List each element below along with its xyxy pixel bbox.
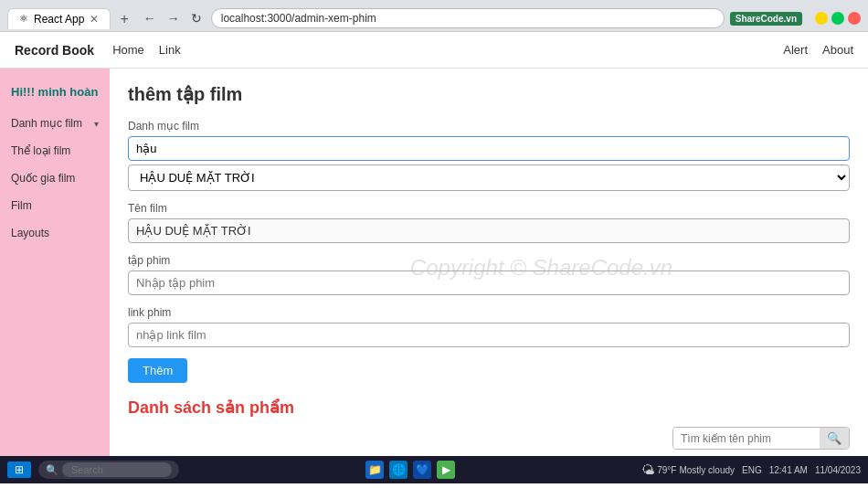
tab-bar: ⚛ React App ✕ + bbox=[7, 8, 134, 29]
them-button[interactable]: Thêm bbox=[128, 358, 187, 383]
address-bar[interactable] bbox=[211, 8, 725, 28]
browser-chrome: ⚛ React App ✕ + ← → ↻ ShareCode.vn bbox=[0, 0, 868, 32]
tap-phim-label: tập phim bbox=[128, 254, 850, 267]
taskbar-icon-file[interactable]: 📁 bbox=[365, 461, 384, 479]
nav-link-alert[interactable]: Alert bbox=[783, 43, 808, 57]
form-group-ten-film: Tên film HẬU DUỆ MẶT TRỜI bbox=[128, 202, 850, 243]
new-tab-button[interactable]: + bbox=[114, 9, 133, 29]
back-button[interactable]: ← bbox=[140, 9, 160, 27]
nav-link-home[interactable]: Home bbox=[112, 43, 144, 57]
danh-muc-select[interactable]: HẬU DUỆ MẶT TRỜI bbox=[128, 164, 850, 191]
taskbar-search[interactable] bbox=[62, 462, 172, 477]
danh-muc-label: Danh mục film bbox=[128, 120, 850, 133]
link-phim-input[interactable] bbox=[128, 323, 850, 347]
page-title: thêm tập film bbox=[128, 83, 850, 105]
window-controls bbox=[815, 12, 861, 25]
section-title: Danh sách sản phẩm bbox=[128, 398, 850, 418]
ten-film-label: Tên film bbox=[128, 202, 850, 215]
sidebar: Hi!!! minh hoàn Danh mục film ▾ Thể loại… bbox=[0, 69, 110, 456]
browser-actions: ShareCode.vn bbox=[730, 12, 802, 26]
sidebar-greeting: Hi!!! minh hoàn bbox=[0, 80, 110, 110]
app-brand: Record Book bbox=[15, 43, 94, 58]
nav-controls: ← → ↻ bbox=[140, 5, 206, 31]
taskbar-icons: 📁 🌐 💙 ▶ bbox=[186, 461, 634, 479]
nav-right: Alert About bbox=[783, 43, 853, 57]
taskbar-date: 11/04/2023 bbox=[815, 465, 861, 475]
taskbar-lang: ENG bbox=[742, 465, 762, 475]
link-phim-label: link phim bbox=[128, 306, 850, 319]
taskbar: ⊞ 🔍 📁 🌐 💙 ▶ 🌤 79°F Mostly cloudy ENG 12:… bbox=[0, 456, 868, 483]
taskbar-icon-edge[interactable]: 🌐 bbox=[389, 461, 408, 479]
app-layout: Hi!!! minh hoàn Danh mục film ▾ Thể loại… bbox=[0, 69, 868, 456]
form-group-danh-muc: Danh mục film HẬU DUỆ MẶT TRỜI bbox=[128, 120, 850, 191]
ten-film-value: HẬU DUỆ MẶT TRỜI bbox=[128, 218, 850, 243]
forward-button[interactable]: → bbox=[164, 9, 184, 27]
form-group-link-phim: link phim bbox=[128, 306, 850, 347]
sharecode-logo: ShareCode.vn bbox=[730, 12, 802, 26]
sidebar-item-quoc-gia[interactable]: Quốc gia film bbox=[0, 164, 110, 192]
form-group-tap-phim: tập phim bbox=[128, 254, 850, 295]
taskbar-icon-vscode[interactable]: 💙 bbox=[413, 461, 431, 479]
sidebar-item-danh-muc[interactable]: Danh mục film ▾ bbox=[0, 110, 110, 137]
reload-button[interactable]: ↻ bbox=[187, 9, 206, 27]
search-input-wrap: 🔍 bbox=[672, 427, 850, 450]
maximize-button[interactable] bbox=[831, 12, 844, 25]
browser-tab[interactable]: ⚛ React App ✕ bbox=[7, 8, 111, 29]
start-button[interactable]: ⊞ bbox=[7, 461, 31, 478]
weather-desc: Mostly cloudy bbox=[679, 465, 735, 475]
temperature: 79°F bbox=[657, 465, 676, 475]
weather-icon: 🌤 bbox=[641, 462, 654, 477]
search-input[interactable] bbox=[673, 428, 820, 449]
search-bar-row: 🔍 bbox=[128, 427, 850, 450]
taskbar-time: 12:41 AM bbox=[769, 465, 808, 475]
sidebar-item-film[interactable]: Film bbox=[0, 192, 110, 219]
app-navbar: Record Book Home Link Alert About bbox=[0, 32, 868, 69]
nav-link-about[interactable]: About bbox=[822, 43, 853, 57]
tab-title: React App bbox=[34, 13, 84, 26]
sidebar-item-the-loai[interactable]: Thể loại film bbox=[0, 137, 110, 164]
taskbar-icon-app[interactable]: ▶ bbox=[437, 461, 455, 479]
sidebar-item-layouts[interactable]: Layouts bbox=[0, 219, 110, 247]
close-button[interactable] bbox=[848, 12, 861, 25]
main-content: Copyright © ShareCode.vn thêm tập film D… bbox=[110, 69, 868, 456]
minimize-button[interactable] bbox=[815, 12, 828, 25]
tap-phim-input[interactable] bbox=[128, 271, 850, 295]
taskbar-right: 🌤 79°F Mostly cloudy ENG 12:41 AM 11/04/… bbox=[641, 462, 861, 477]
chevron-icon: ▾ bbox=[94, 119, 99, 129]
danh-muc-input[interactable] bbox=[128, 136, 850, 161]
nav-links: Home Link bbox=[112, 43, 783, 57]
weather-widget: 🌤 79°F Mostly cloudy bbox=[641, 462, 735, 477]
tab-close-icon[interactable]: ✕ bbox=[90, 13, 99, 26]
search-button[interactable]: 🔍 bbox=[820, 428, 849, 449]
nav-link-link[interactable]: Link bbox=[159, 43, 181, 57]
